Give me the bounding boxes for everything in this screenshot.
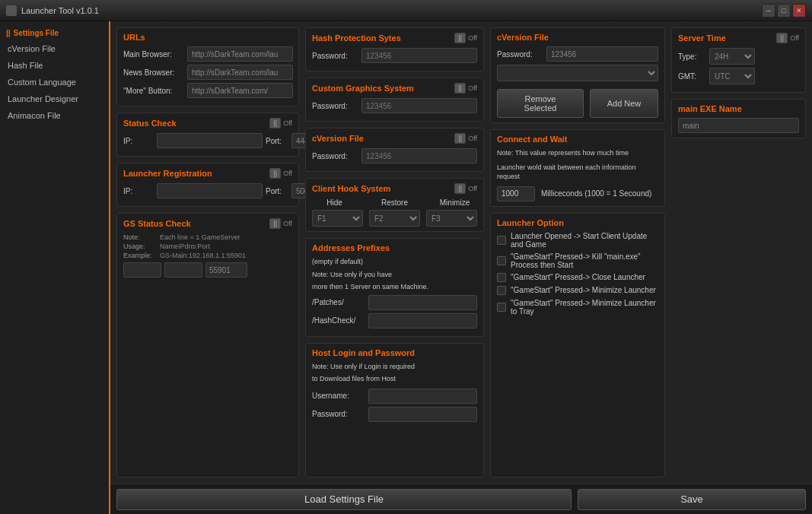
maximize-button[interactable]: □ xyxy=(777,4,791,17)
connect-note2: Launcher wold wait between each informat… xyxy=(497,163,658,182)
gs-status-panel: GS Status Check || Off Note: Each line =… xyxy=(116,213,299,478)
hook-hide-select[interactable]: F1F2F3 xyxy=(312,210,363,227)
bottom-bar: Load Settings File Save xyxy=(110,484,812,514)
column-1: URLs Main Browser: News Browser: "More" … xyxy=(116,27,299,478)
news-browser-label: News Browser: xyxy=(123,68,184,77)
client-hook-toggle-btn[interactable]: || xyxy=(454,183,466,194)
server-time-title: Server Time xyxy=(678,33,726,43)
cversion-dropdown[interactable] xyxy=(497,65,658,81)
news-browser-row: News Browser: xyxy=(123,65,292,80)
gs-input-2[interactable] xyxy=(164,262,202,278)
option-row-4: "GameStart" Pressed-> Minimize Launcher … xyxy=(497,299,658,316)
patches-input[interactable] xyxy=(368,295,477,310)
connect-unit-label: Milliceconds (1000 = 1 Secound) xyxy=(541,189,651,198)
client-hook-toggle: || Off xyxy=(454,183,477,194)
hash-protection-title-row: Hash Protection Sytes || Off xyxy=(312,33,477,43)
hash-pw-input[interactable] xyxy=(361,48,477,63)
gs-note-1: Usage: NameIPdns:Port xyxy=(123,243,292,250)
launcher-option-title: Launcher Option xyxy=(497,218,658,227)
gs-input-1[interactable] xyxy=(123,262,161,278)
option-row-0: Launcher Opened -> Start Client Update a… xyxy=(497,232,658,249)
news-browser-input[interactable] xyxy=(187,65,293,80)
cversion-main-title: cVersion File xyxy=(497,33,658,42)
option-label-4: "GameStart" Pressed-> Minimize Launcher … xyxy=(511,299,658,316)
username-input[interactable] xyxy=(368,389,477,404)
cversion-main-panel: cVersion File Password: Remove Selected … xyxy=(490,27,665,123)
cversion-file-toggle-btn[interactable]: || xyxy=(454,133,466,144)
sidebar-item-hash[interactable]: Hash File xyxy=(0,57,109,74)
gs-status-toggle: || Off xyxy=(269,218,292,229)
option-checkbox-4[interactable] xyxy=(497,303,506,312)
minimize-button[interactable]: ─ xyxy=(762,4,775,17)
more-button-input[interactable] xyxy=(187,83,293,98)
custom-graphics-pw-input[interactable] xyxy=(361,98,477,113)
option-checkbox-3[interactable] xyxy=(497,286,506,295)
addr-note3: more then 1 Server on same Machine. xyxy=(312,282,477,292)
option-checkbox-2[interactable] xyxy=(497,273,506,282)
option-checkbox-0[interactable] xyxy=(497,236,506,245)
addr-note1: (empty if default) xyxy=(312,257,477,267)
hash-protection-toggle-btn[interactable]: || xyxy=(454,33,466,43)
type-row: Type: 24H12H xyxy=(678,48,799,65)
column-2: Hash Protection Sytes || Off Password: xyxy=(305,27,484,478)
custom-graphics-toggle-btn[interactable]: || xyxy=(454,83,466,94)
gs-status-toggle-btn[interactable]: || xyxy=(269,218,281,229)
main-exe-title: main EXE Name xyxy=(678,104,799,113)
option-row-2: "GameStart" Pressed-> Close Launcher xyxy=(497,273,658,282)
cversion-main-pw-input[interactable] xyxy=(546,46,658,62)
username-label: Username: xyxy=(312,392,365,400)
gmt-row: GMT: UTCGMT+1 xyxy=(678,68,799,84)
cversion-file-panel-col2: cVersion File || Off Password: xyxy=(305,128,484,172)
custom-graphics-toggle: || Off xyxy=(454,83,477,94)
add-new-button[interactable]: Add New xyxy=(590,89,658,118)
launcher-reg-toggle-btn[interactable]: || xyxy=(269,168,281,179)
status-check-title: Status Check xyxy=(123,119,177,128)
column-3: cVersion File Password: Remove Selected … xyxy=(490,27,665,478)
status-check-panel: Status Check || Off IP: Port: xyxy=(116,113,299,157)
sidebar-item-language[interactable]: Custom Language xyxy=(0,74,109,90)
connect-value-input[interactable] xyxy=(497,186,535,201)
gs-note-val-1: NameIPdns:Port xyxy=(160,243,210,250)
status-ip-label: IP: xyxy=(123,137,154,145)
main-browser-input[interactable] xyxy=(187,46,293,62)
client-hook-toggle-off: Off xyxy=(468,185,477,192)
remove-selected-button[interactable]: Remove Selected xyxy=(497,89,584,118)
host-password-input[interactable] xyxy=(368,407,477,422)
hash-protection-toggle-off: Off xyxy=(468,34,477,42)
launcher-reg-ip-input[interactable] xyxy=(157,183,263,198)
host-login-title: Host Login and Password xyxy=(312,348,477,357)
urls-title: URLs xyxy=(123,33,292,42)
sidebar-item-designer[interactable]: Launcher Designer xyxy=(0,90,109,107)
launcher-reg-toggle: || Off xyxy=(269,168,292,179)
main-exe-input[interactable] xyxy=(678,118,799,133)
hook-restore-select[interactable]: F1F2F3 xyxy=(369,210,420,227)
hook-minimize-select[interactable]: F1F2F3 xyxy=(426,210,477,227)
hash-protection-title: Hash Protection Sytes xyxy=(312,33,401,43)
close-button[interactable]: ✕ xyxy=(792,4,806,17)
gs-note-key-2: Example: xyxy=(123,252,157,259)
save-button[interactable]: Save xyxy=(578,489,806,510)
sidebar-item-animacon[interactable]: Animacon File xyxy=(0,107,109,124)
option-label-1: "GameStart" Pressed-> Kill "main.exe" Pr… xyxy=(511,252,658,269)
status-ip-input[interactable] xyxy=(157,133,263,148)
username-row: Username: xyxy=(312,389,477,404)
sidebar-item-cversion[interactable]: cVersion File xyxy=(0,40,109,57)
patches-label: /Patches/ xyxy=(312,298,365,306)
custom-graphics-panel: Custom Graphics System || Off Password: xyxy=(305,78,484,122)
gs-port-input[interactable] xyxy=(205,262,247,278)
server-time-toggle-btn[interactable]: || xyxy=(776,33,788,43)
cversion-file-pw-input[interactable] xyxy=(361,148,477,163)
type-select[interactable]: 24H12H xyxy=(709,48,755,65)
gs-status-title: GS Status Check xyxy=(123,219,191,228)
option-checkbox-1[interactable] xyxy=(497,256,506,265)
hashcheck-label: /HashCheck/ xyxy=(312,316,365,325)
more-button-label: "More" Button: xyxy=(123,87,184,95)
host-note2: to Download files from Host xyxy=(312,374,477,384)
status-check-toggle-btn[interactable]: || xyxy=(269,118,281,128)
load-settings-button[interactable]: Load Settings File xyxy=(116,489,572,510)
hook-header: Hide Restore Minimize xyxy=(312,198,477,207)
urls-panel: URLs Main Browser: News Browser: "More" … xyxy=(116,27,299,106)
gmt-select[interactable]: UTCGMT+1 xyxy=(709,68,755,84)
hashcheck-input[interactable] xyxy=(368,313,477,328)
server-time-panel: Server Time || Off Type: 24H12H GMT: xyxy=(671,27,806,93)
